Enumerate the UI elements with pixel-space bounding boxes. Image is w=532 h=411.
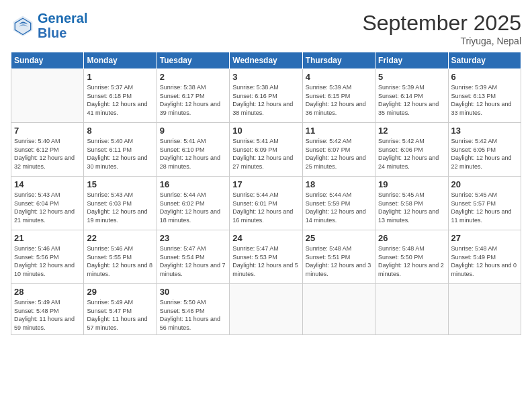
logo: General Blue (11, 11, 87, 40)
calendar-cell: 25Sunrise: 5:48 AMSunset: 5:51 PMDayligh… (302, 230, 375, 284)
day-number: 11 (306, 126, 372, 136)
day-number: 6 (451, 72, 518, 82)
title-block: September 2025 Triyuga, Nepal (362, 11, 521, 46)
day-number: 23 (160, 233, 226, 243)
week-row-3: 14Sunrise: 5:43 AMSunset: 6:04 PMDayligh… (11, 177, 521, 230)
day-info: Sunrise: 5:38 AMSunset: 6:17 PMDaylight:… (160, 83, 226, 117)
day-info: Sunrise: 5:39 AMSunset: 6:14 PMDaylight:… (378, 83, 445, 117)
week-row-2: 7Sunrise: 5:40 AMSunset: 6:12 PMDaylight… (11, 123, 521, 177)
calendar-cell: 15Sunrise: 5:43 AMSunset: 6:03 PMDayligh… (84, 177, 157, 230)
day-info: Sunrise: 5:42 AMSunset: 6:06 PMDaylight:… (378, 137, 445, 171)
day-number: 1 (87, 72, 153, 82)
calendar-cell (448, 284, 521, 335)
calendar-cell: 21Sunrise: 5:46 AMSunset: 5:56 PMDayligh… (11, 230, 84, 284)
day-info: Sunrise: 5:41 AMSunset: 6:09 PMDaylight:… (232, 137, 299, 171)
day-info: Sunrise: 5:45 AMSunset: 5:58 PMDaylight:… (378, 191, 445, 224)
calendar-table: SundayMondayTuesdayWednesdayThursdayFrid… (11, 52, 521, 335)
day-number: 9 (160, 126, 226, 136)
calendar-cell: 3Sunrise: 5:38 AMSunset: 6:16 PMDaylight… (230, 69, 302, 123)
day-info: Sunrise: 5:48 AMSunset: 5:50 PMDaylight:… (378, 244, 445, 278)
day-info: Sunrise: 5:44 AMSunset: 6:01 PMDaylight:… (232, 191, 299, 224)
calendar-cell: 12Sunrise: 5:42 AMSunset: 6:06 PMDayligh… (375, 123, 448, 177)
calendar-cell: 26Sunrise: 5:48 AMSunset: 5:50 PMDayligh… (375, 230, 448, 284)
day-number: 22 (87, 233, 153, 243)
calendar-cell: 4Sunrise: 5:39 AMSunset: 6:15 PMDaylight… (302, 69, 375, 123)
day-info: Sunrise: 5:40 AMSunset: 6:12 PMDaylight:… (14, 137, 81, 171)
calendar-cell: 16Sunrise: 5:44 AMSunset: 6:02 PMDayligh… (157, 177, 229, 230)
calendar-cell: 9Sunrise: 5:41 AMSunset: 6:10 PMDaylight… (157, 123, 229, 177)
day-number: 30 (160, 287, 226, 297)
calendar-cell: 29Sunrise: 5:49 AMSunset: 5:47 PMDayligh… (84, 284, 157, 335)
calendar-cell: 18Sunrise: 5:44 AMSunset: 5:59 PMDayligh… (302, 177, 375, 230)
week-row-5: 28Sunrise: 5:49 AMSunset: 5:48 PMDayligh… (11, 284, 521, 335)
day-number: 18 (306, 179, 372, 189)
day-info: Sunrise: 5:40 AMSunset: 6:11 PMDaylight:… (87, 137, 153, 171)
day-info: Sunrise: 5:42 AMSunset: 6:05 PMDaylight:… (451, 137, 518, 171)
day-info: Sunrise: 5:39 AMSunset: 6:13 PMDaylight:… (451, 83, 518, 117)
calendar-cell: 5Sunrise: 5:39 AMSunset: 6:14 PMDaylight… (375, 69, 448, 123)
svg-marker-0 (13, 16, 33, 37)
day-info: Sunrise: 5:43 AMSunset: 6:03 PMDaylight:… (87, 191, 153, 224)
calendar-cell: 13Sunrise: 5:42 AMSunset: 6:05 PMDayligh… (448, 123, 521, 177)
day-number: 15 (87, 179, 153, 189)
day-number: 14 (14, 179, 81, 189)
day-number: 27 (451, 233, 518, 243)
col-header-wednesday: Wednesday (230, 52, 302, 69)
day-info: Sunrise: 5:47 AMSunset: 5:54 PMDaylight:… (160, 244, 226, 278)
calendar-cell: 22Sunrise: 5:46 AMSunset: 5:55 PMDayligh… (84, 230, 157, 284)
day-info: Sunrise: 5:46 AMSunset: 5:56 PMDaylight:… (14, 244, 81, 278)
calendar-cell: 19Sunrise: 5:45 AMSunset: 5:58 PMDayligh… (375, 177, 448, 230)
day-number: 19 (378, 179, 445, 189)
col-header-friday: Friday (375, 52, 448, 69)
day-number: 26 (378, 233, 445, 243)
header-row: SundayMondayTuesdayWednesdayThursdayFrid… (11, 52, 521, 69)
calendar-cell: 24Sunrise: 5:47 AMSunset: 5:53 PMDayligh… (230, 230, 302, 284)
day-number: 3 (232, 72, 299, 82)
col-header-saturday: Saturday (448, 52, 521, 69)
day-info: Sunrise: 5:37 AMSunset: 6:18 PMDaylight:… (87, 83, 153, 117)
calendar-cell: 1Sunrise: 5:37 AMSunset: 6:18 PMDaylight… (84, 69, 157, 123)
day-info: Sunrise: 5:48 AMSunset: 5:51 PMDaylight:… (306, 244, 372, 278)
calendar-cell: 23Sunrise: 5:47 AMSunset: 5:54 PMDayligh… (157, 230, 229, 284)
calendar-cell: 27Sunrise: 5:48 AMSunset: 5:49 PMDayligh… (448, 230, 521, 284)
calendar-cell: 30Sunrise: 5:50 AMSunset: 5:46 PMDayligh… (157, 284, 229, 335)
col-header-thursday: Thursday (302, 52, 375, 69)
day-info: Sunrise: 5:49 AMSunset: 5:48 PMDaylight:… (14, 298, 81, 332)
calendar-cell (375, 284, 448, 335)
day-number: 7 (14, 126, 81, 136)
location: Triyuga, Nepal (362, 36, 521, 46)
day-info: Sunrise: 5:46 AMSunset: 5:55 PMDaylight:… (87, 244, 153, 278)
day-info: Sunrise: 5:47 AMSunset: 5:53 PMDaylight:… (232, 244, 299, 278)
day-info: Sunrise: 5:38 AMSunset: 6:16 PMDaylight:… (232, 83, 299, 117)
calendar-cell: 2Sunrise: 5:38 AMSunset: 6:17 PMDaylight… (157, 69, 229, 123)
calendar-cell: 8Sunrise: 5:40 AMSunset: 6:11 PMDaylight… (84, 123, 157, 177)
day-number: 29 (87, 287, 153, 297)
day-info: Sunrise: 5:41 AMSunset: 6:10 PMDaylight:… (160, 137, 226, 171)
day-number: 20 (451, 179, 518, 189)
day-number: 25 (306, 233, 372, 243)
calendar-cell (230, 284, 302, 335)
day-info: Sunrise: 5:44 AMSunset: 5:59 PMDaylight:… (306, 191, 372, 224)
calendar-cell: 10Sunrise: 5:41 AMSunset: 6:09 PMDayligh… (230, 123, 302, 177)
logo-text: General Blue (38, 11, 87, 40)
day-number: 21 (14, 233, 81, 243)
day-number: 10 (232, 126, 299, 136)
week-row-1: 1Sunrise: 5:37 AMSunset: 6:18 PMDaylight… (11, 69, 521, 123)
logo-icon (11, 13, 35, 38)
day-number: 28 (14, 287, 81, 297)
col-header-tuesday: Tuesday (157, 52, 229, 69)
day-info: Sunrise: 5:42 AMSunset: 6:07 PMDaylight:… (306, 137, 372, 171)
day-number: 8 (87, 126, 153, 136)
day-number: 16 (160, 179, 226, 189)
calendar-cell (302, 284, 375, 335)
day-number: 12 (378, 126, 445, 136)
calendar-cell: 11Sunrise: 5:42 AMSunset: 6:07 PMDayligh… (302, 123, 375, 177)
col-header-monday: Monday (84, 52, 157, 69)
calendar-cell: 6Sunrise: 5:39 AMSunset: 6:13 PMDaylight… (448, 69, 521, 123)
day-info: Sunrise: 5:39 AMSunset: 6:15 PMDaylight:… (306, 83, 372, 117)
logo-blue: Blue (38, 26, 66, 40)
page-header: General Blue September 2025 Triyuga, Nep… (11, 11, 521, 46)
day-number: 24 (232, 233, 299, 243)
day-info: Sunrise: 5:44 AMSunset: 6:02 PMDaylight:… (160, 191, 226, 224)
day-number: 2 (160, 72, 226, 82)
